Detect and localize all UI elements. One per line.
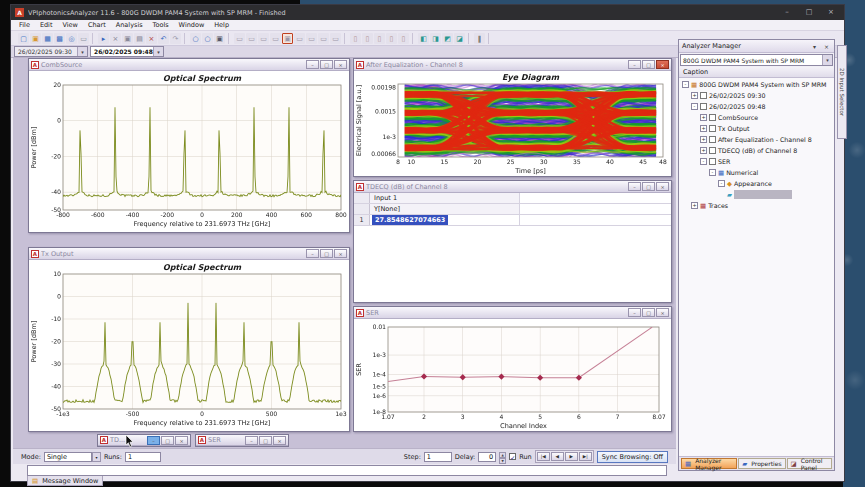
trace-last-icon[interactable]: ▯ — [398, 33, 409, 44]
minimize-window-button[interactable]: – — [306, 249, 319, 258]
zoom-window-icon[interactable]: ▣ — [214, 33, 225, 44]
delete-icon[interactable]: × — [146, 33, 157, 44]
minimized-window-ser[interactable]: A SER –□× — [195, 434, 289, 447]
mode-select[interactable]: Single ▾ — [44, 452, 101, 462]
close-window-button[interactable]: × — [656, 182, 669, 191]
marker-a-icon[interactable]: ◧ — [418, 33, 429, 44]
comb-spectrum-chart[interactable] — [29, 71, 349, 232]
tree-expander-icon[interactable]: - — [700, 158, 707, 165]
save-all-icon[interactable]: ▩ — [54, 33, 65, 44]
run-selector-0[interactable]: 26/02/2025 09:30▾ — [14, 46, 88, 57]
close-button[interactable]: × — [822, 6, 840, 19]
runs-input[interactable]: 1 — [125, 452, 161, 462]
marker-c-icon[interactable]: ◩ — [442, 33, 453, 44]
tree-expander-icon[interactable]: + — [700, 136, 707, 143]
new-icon[interactable]: ▢ — [18, 33, 29, 44]
tree-expander-icon[interactable]: + — [700, 114, 707, 121]
search-icon[interactable]: ◎ — [66, 33, 77, 44]
tdecq-value-row[interactable]: 1 27.8548627074663 — [354, 215, 671, 226]
tree-checkbox[interactable] — [700, 92, 707, 99]
message-window-tab[interactable]: ▤ Message Window — [27, 476, 103, 486]
menu-item-help[interactable]: Help — [214, 21, 229, 29]
open-icon[interactable]: ▣ — [30, 33, 41, 44]
menu-item-chart[interactable]: Chart — [88, 21, 106, 29]
maximize-window-button[interactable]: □ — [259, 436, 272, 445]
step-input[interactable]: 1 — [424, 452, 452, 462]
window-title-bar[interactable]: A CombSource –□× — [29, 59, 349, 71]
tree-expander-icon[interactable]: - — [718, 180, 725, 187]
panel-tab-analyzer-manager[interactable]: ▦Analyzer Manager — [681, 458, 737, 469]
marker-d-icon[interactable]: ◪ — [454, 33, 465, 44]
title-bar[interactable]: A VPIphotonicsAnalyzer 11.6 - 800G DWDM … — [11, 5, 844, 20]
minimized-window-tdecq[interactable]: A TD... –□× — [97, 434, 191, 447]
maximize-button[interactable]: □ — [800, 6, 818, 19]
menu-item-analysis[interactable]: Analysis — [116, 21, 143, 29]
maximize-window-button[interactable]: □ — [320, 249, 333, 258]
panel-tab-properties[interactable]: ▰Properties — [738, 458, 785, 469]
panel-close-icon[interactable]: × — [822, 43, 831, 50]
trace-all-icon[interactable]: ▯ — [374, 33, 385, 44]
redo-icon[interactable]: ↷ — [170, 33, 181, 44]
tree-expander-icon[interactable]: - — [691, 103, 698, 110]
minimize-window-button[interactable]: – — [628, 60, 641, 69]
tree-expander-icon[interactable]: + — [691, 92, 698, 99]
pin-icon[interactable]: ▾ — [810, 43, 819, 50]
tree-checkbox[interactable] — [709, 125, 716, 132]
undo-icon[interactable]: ↶ — [158, 33, 169, 44]
run-nav-button-1[interactable]: ◀ — [551, 452, 564, 461]
close-window-button[interactable]: × — [334, 60, 347, 69]
run-nav-button-3[interactable]: ▶| — [579, 452, 592, 461]
tree-selected-item[interactable] — [734, 190, 792, 199]
run-nav-button-2[interactable]: ▶ — [565, 452, 578, 461]
run-selector-1[interactable]: 26/02/2025 09:48▾ — [90, 46, 164, 57]
tree-expander-icon[interactable]: - — [709, 169, 716, 176]
minimize-window-button[interactable]: – — [245, 436, 258, 445]
delay-input[interactable]: 0 — [478, 452, 496, 462]
tree-expander-icon[interactable]: + — [700, 147, 707, 154]
maximize-window-button[interactable]: □ — [320, 60, 333, 69]
run-nav-button-0[interactable]: |◀ — [537, 452, 550, 461]
close-window-button[interactable]: × — [334, 249, 347, 258]
value-cell[interactable]: 27.8548627074663 — [370, 215, 520, 225]
chevron-down-icon[interactable]: ▾ — [77, 47, 87, 56]
close-window-button[interactable]: × — [656, 308, 669, 317]
menu-item-window[interactable]: Window — [179, 21, 205, 29]
select-arrow-icon[interactable]: ▸ — [98, 33, 109, 44]
tree-item-traces[interactable]: +▦Traces — [679, 200, 834, 211]
close-window-button[interactable]: × — [273, 436, 286, 445]
chart-layout-8-icon[interactable]: ▭ — [318, 33, 329, 44]
tree-item[interactable]: ▰ — [679, 189, 834, 200]
menu-item-file[interactable]: File — [19, 21, 30, 29]
panel-header[interactable]: Analyzer Manager ▾ × — [679, 40, 834, 53]
sync-browsing-button[interactable]: Sync Browsing: Off — [597, 451, 668, 463]
run-checkbox[interactable]: ✓ — [509, 453, 516, 460]
tree-item-tx-output[interactable]: +Tx Output — [679, 123, 834, 134]
delay-spinner[interactable]: ▲▼ — [499, 452, 506, 462]
tree-checkbox[interactable] — [709, 158, 716, 165]
chevron-down-icon[interactable]: ▾ — [153, 47, 163, 56]
workspace-select[interactable]: 800G DWDM PAM4 System with SP MRM ▾ — [680, 54, 833, 66]
eye-diagram-chart[interactable] — [354, 71, 671, 176]
window-tdecq[interactable]: A TDECQ (dB) of Channel 8 –□× Input 1 Y[… — [353, 180, 672, 303]
minimize-button[interactable]: – — [778, 6, 796, 19]
tree-item-appearance[interactable]: -◆Appearance — [679, 178, 834, 189]
trace-next-icon[interactable]: ▯ — [362, 33, 373, 44]
tree-checkbox[interactable] — [709, 147, 716, 154]
tree-item-tdecq-db-of-channel-8[interactable]: +TDECQ (dB) of Channel 8 — [679, 145, 834, 156]
window-title-bar[interactable]: A Tx Output –□× — [29, 248, 349, 260]
tree-item-after-equalization-channel-8[interactable]: +After Equalization - Channel 8 — [679, 134, 834, 145]
trace-first-icon[interactable]: ▯ — [386, 33, 397, 44]
ser-chart[interactable] — [354, 319, 671, 431]
tree-expander-icon[interactable]: + — [700, 125, 707, 132]
close-window-button[interactable]: × — [656, 60, 669, 69]
chart-layout-2-icon[interactable]: ▭ — [246, 33, 257, 44]
cut-icon[interactable]: × — [110, 33, 121, 44]
trace-prev-icon[interactable]: ▯ — [350, 33, 361, 44]
marker-b-icon[interactable]: ◨ — [430, 33, 441, 44]
maximize-window-button[interactable]: □ — [642, 182, 655, 191]
tree-item-800g-dwdm-pam4-system-with-sp-mrm[interactable]: -▦800G DWDM PAM4 System with SP MRM — [679, 79, 834, 90]
minimize-window-button[interactable]: – — [628, 182, 641, 191]
window-title-bar[interactable]: A SER –□× — [354, 307, 671, 319]
menu-item-edit[interactable]: Edit — [40, 21, 53, 29]
tree-item-ser[interactable]: -SER — [679, 156, 834, 167]
